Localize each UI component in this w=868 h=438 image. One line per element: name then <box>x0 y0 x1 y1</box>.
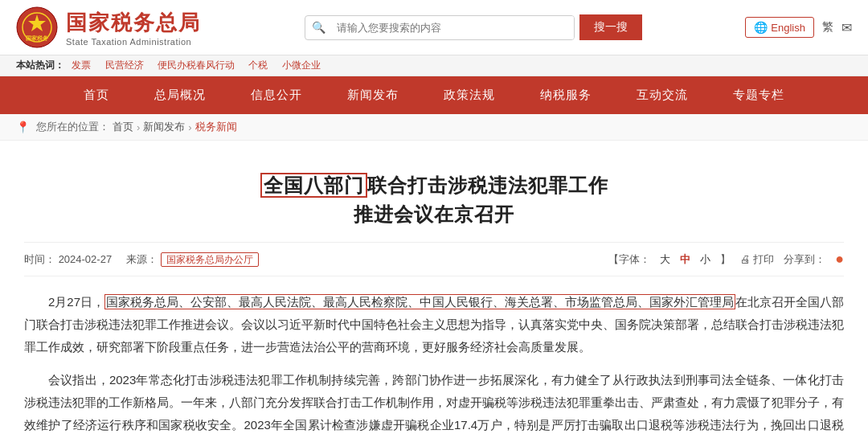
print-btn[interactable]: 🖨 打印 <box>740 252 775 267</box>
breadcrumb-news[interactable]: 新闻发布 <box>143 120 185 134</box>
print-label: 打印 <box>753 253 774 265</box>
p1-highlight: 国家税务总局、公安部、最高人民法院、最高人民检察院、中国人民银行、海关总署、市场… <box>104 294 735 309</box>
nav-item-news[interactable]: 新闻发布 <box>325 76 421 114</box>
nav-item-overview[interactable]: 总局概况 <box>132 76 228 114</box>
article-paragraph-1: 2月27日，国家税务总局、公安部、最高人民法院、最高人民检察院、中国人民银行、海… <box>24 291 844 358</box>
mail-icon[interactable]: ✉ <box>841 20 852 35</box>
search-input[interactable] <box>332 16 574 39</box>
breadcrumb: 📍 您所在的位置： 首页 › 新闻发布 › 税务新闻 <box>0 114 868 141</box>
title-highlight: 全国八部门 <box>260 173 367 198</box>
globe-icon: 🌐 <box>754 21 768 34</box>
breadcrumb-prefix: 您所在的位置： <box>36 120 109 134</box>
print-icon: 🖨 <box>740 253 751 265</box>
font-end: 】 <box>720 252 731 267</box>
nav-item-info[interactable]: 信息公开 <box>228 76 325 114</box>
share-label: 分享到： <box>784 252 825 267</box>
title-rest1: 联合打击涉税违法犯罪工作 <box>367 174 608 196</box>
search-button[interactable]: 搜一搜 <box>579 14 642 40</box>
hotword-1[interactable]: 民营经济 <box>105 59 144 71</box>
main-nav: 首页 总局概况 信息公开 新闻发布 政策法规 纳税服务 互动交流 专题专栏 <box>0 76 868 114</box>
logo-text: 国家税务总局 State Taxation Administration <box>66 9 201 47</box>
main-content: 全国八部门联合打击涉税违法犯罪工作 推进会议在京召开 时间： 2024-02-2… <box>0 141 868 438</box>
hotword-0[interactable]: 发票 <box>72 59 91 71</box>
meta-date-value: 2024-02-27 <box>59 253 113 265</box>
font-medium-link[interactable]: 中 <box>680 252 690 267</box>
logo-area: 国家税务 国家税务总局 State Taxation Administratio… <box>16 6 201 48</box>
article-paragraph-2: 会议指出，2023年常态化打击涉税违法犯罪工作机制持续完善，跨部门协作进一步拓展… <box>24 369 844 438</box>
header-right: 🌐 English 繁 ✉ <box>745 17 852 38</box>
article-title: 全国八部门联合打击涉税违法犯罪工作 推进会议在京召开 <box>24 171 844 229</box>
meta-source: 来源： 国家税务总局办公厅 <box>126 252 259 267</box>
article-meta: 时间： 2024-02-27 来源： 国家税务总局办公厅 【字体： 大 中 小 … <box>24 242 844 276</box>
language-button[interactable]: 🌐 English <box>745 17 814 38</box>
location-icon: 📍 <box>16 121 30 133</box>
lang-label: English <box>771 22 805 34</box>
hotword-2[interactable]: 便民办税春风行动 <box>158 59 235 71</box>
meta-left: 时间： 2024-02-27 来源： 国家税务总局办公厅 <box>24 252 259 267</box>
nav-item-interaction[interactable]: 互动交流 <box>614 76 710 114</box>
hotword-4[interactable]: 小微企业 <box>282 59 321 71</box>
share-weibo-icon[interactable]: ● <box>835 251 844 268</box>
font-size-label: 【字体： <box>608 252 650 267</box>
nav-item-home[interactable]: 首页 <box>61 76 132 114</box>
breadcrumb-home[interactable]: 首页 <box>113 120 133 134</box>
breadcrumb-current: 税务新闻 <box>195 120 237 134</box>
article-body: 2月27日，国家税务总局、公安部、最高人民法院、最高人民检察院、中国人民银行、海… <box>24 291 844 438</box>
font-large-link[interactable]: 大 <box>660 252 670 267</box>
nav-item-policy[interactable]: 政策法规 <box>421 76 518 114</box>
nav-item-tax-service[interactable]: 纳税服务 <box>518 76 614 114</box>
trad-link[interactable]: 繁 <box>822 20 833 35</box>
meta-source-value: 国家税务总局办公厅 <box>161 252 259 267</box>
header-links: 繁 ✉ <box>822 20 852 35</box>
hotwords-bar: 本站热词： 发票 民营经济 便民办税春风行动 个税 小微企业 <box>0 55 868 76</box>
meta-date-label: 时间： <box>24 253 55 265</box>
p1-intro: 2月27日， <box>48 295 104 309</box>
svg-text:国家税务: 国家税务 <box>26 35 49 42</box>
title-part2: 推进会议在京召开 <box>354 203 514 225</box>
meta-right: 【字体： 大 中 小 】 🖨 打印 分享到： ● <box>608 251 845 268</box>
page-header: 国家税务 国家税务总局 State Taxation Administratio… <box>0 0 868 55</box>
meta-source-label: 来源： <box>126 253 158 265</box>
meta-date: 时间： 2024-02-27 <box>24 252 112 267</box>
hotwords-label: 本站热词： <box>16 59 64 71</box>
search-icon: 🔍 <box>305 21 332 34</box>
font-small-link[interactable]: 小 <box>700 252 710 267</box>
hotword-3[interactable]: 个税 <box>248 59 268 71</box>
logo-emblem: 国家税务 <box>16 6 58 48</box>
logo-cn: 国家税务总局 <box>66 9 201 37</box>
search-area: 🔍 搜一搜 <box>305 14 642 40</box>
logo-en: State Taxation Administration <box>66 37 201 47</box>
nav-item-special[interactable]: 专题专栏 <box>710 76 807 114</box>
search-box: 🔍 <box>305 15 575 40</box>
